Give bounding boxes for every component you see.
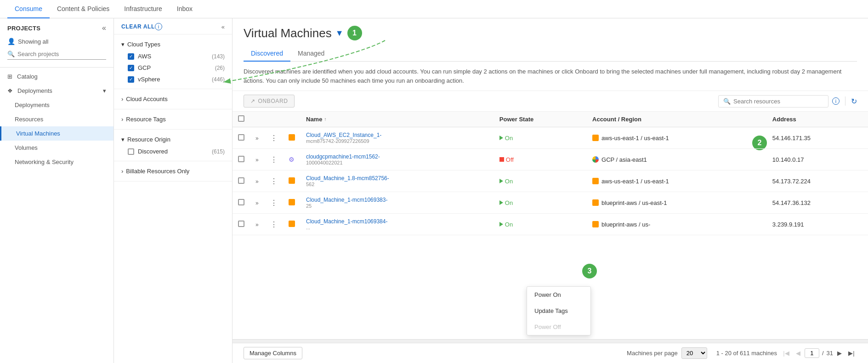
address-1: 54.146.171.35 [767, 127, 868, 149]
nav-content-policies[interactable]: Content & Policies [50, 0, 117, 18]
account-region-2: GCP / asia-east1 [592, 156, 761, 163]
filter-funnel-icon[interactable]: ▼ [335, 28, 344, 38]
resource-origin-arrow-icon: ▾ [121, 136, 125, 143]
row-checkbox-1[interactable] [238, 134, 244, 141]
row-more-3[interactable]: ⋮ [270, 177, 278, 185]
row-checkbox-3[interactable] [238, 177, 244, 184]
filter-info-icon[interactable]: i [155, 23, 162, 30]
per-page-select[interactable]: 20 50 100 [681, 347, 707, 359]
name-sort-icon[interactable]: ↑ [324, 117, 326, 122]
search-projects-input[interactable] [17, 51, 106, 57]
sidebar-item-deployments[interactable]: Deployments [0, 98, 113, 112]
gcp-checkbox[interactable] [128, 65, 134, 71]
cloud-types-label: Cloud Types [127, 41, 160, 48]
col-account-region[interactable]: Account / Region [587, 112, 767, 127]
row-expand-2[interactable]: » [255, 157, 259, 163]
main-header: Virtual Machines ▼ 1 Discovered Managed [233, 18, 868, 62]
horizontal-scrollbar[interactable] [233, 339, 868, 343]
vm-name-4[interactable]: Cloud_Machine_1-mcm1069383- [306, 197, 488, 203]
sidebar-item-catalog[interactable]: ⊞ Catalog [0, 69, 113, 84]
vm-name-5[interactable]: Cloud_Machine_1-mcm1069384- [306, 218, 488, 225]
row-expand-4[interactable]: » [255, 200, 259, 206]
context-menu-update-tags[interactable]: Update Tags [527, 303, 590, 319]
power-on-icon-4 [499, 200, 503, 205]
toolbar-divider [845, 96, 845, 106]
resource-tags-header[interactable]: › Resource Tags [114, 113, 232, 125]
power-state-2: Off [499, 156, 581, 163]
gcp-label: GCP [138, 64, 151, 71]
row-more-1[interactable]: ⋮ [270, 134, 278, 142]
row-more-4[interactable]: ⋮ [270, 199, 278, 207]
resource-tags-arrow-icon: › [121, 116, 123, 123]
filter-item-gcp[interactable]: GCP (26) [114, 62, 232, 74]
col-power-state[interactable]: Power State [494, 112, 587, 127]
tab-managed[interactable]: Managed [290, 46, 332, 62]
info-banner: Discovered machines are identified when … [233, 62, 868, 91]
last-page-button[interactable]: ▶| [846, 348, 857, 359]
filter-item-aws[interactable]: AWS (143) [114, 51, 232, 62]
vm-id-2: 1000040022021 [306, 160, 488, 165]
row-checkbox-4[interactable] [238, 199, 244, 205]
sidebar-item-resources[interactable]: Resources [0, 112, 113, 126]
first-page-button[interactable]: |◀ [781, 348, 792, 359]
next-page-button[interactable]: ▶ [834, 348, 845, 359]
sidebar-item-virtual-machines[interactable]: Virtual Machines [0, 126, 113, 141]
nav-inbox[interactable]: Inbox [170, 0, 200, 18]
account-aws-icon-5 [592, 221, 599, 227]
clear-all-button[interactable]: CLEAR ALL [121, 23, 155, 30]
row-more-2[interactable]: ⋮ [270, 156, 278, 164]
power-state-4: On [499, 199, 581, 206]
manage-columns-button[interactable]: Manage Columns [244, 347, 302, 359]
vm-id-3: 562 [306, 182, 488, 187]
vm-name-1[interactable]: Cloud_AWS_EC2_Instance_1- [306, 132, 488, 138]
prev-page-button[interactable]: ◀ [793, 348, 804, 359]
power-off-icon-2 [499, 157, 504, 162]
sidebar-item-volumes[interactable]: Volumes [0, 141, 113, 155]
discovered-label: Discovered [138, 148, 168, 155]
search-resources-input[interactable] [733, 98, 823, 105]
search-resources-box[interactable]: 🔍 [718, 95, 828, 108]
row-more-5[interactable]: ⋮ [270, 221, 278, 228]
row-expand-1[interactable]: » [255, 135, 259, 142]
vm-name-2[interactable]: cloudgcpmachine1-mcm1562- [306, 153, 488, 160]
context-menu-power-off[interactable]: Power Off [527, 319, 590, 335]
row-checkbox-2[interactable] [238, 156, 244, 162]
filter-item-vsphere[interactable]: vSphere (446) [114, 74, 232, 85]
cloud-types-header[interactable]: ▾ Cloud Types [114, 38, 232, 51]
nav-infrastructure[interactable]: Infrastructure [117, 0, 169, 18]
tab-discovered[interactable]: Discovered [244, 46, 290, 62]
gcp-count: (26) [215, 65, 225, 71]
search-info-icon[interactable]: i [832, 97, 840, 105]
col-address[interactable]: Address [767, 112, 868, 127]
aws-checkbox[interactable] [128, 53, 134, 60]
vsphere-checkbox[interactable] [128, 76, 134, 83]
left-sidebar: Projects « 👤 Showing all 🔍 ⊞ Catalog ❖ D… [0, 18, 114, 363]
select-all-checkbox[interactable] [238, 115, 244, 122]
nav-consume[interactable]: Consume [7, 0, 50, 18]
sidebar-item-networking-security[interactable]: Networking & Security [0, 155, 113, 169]
discovered-checkbox[interactable] [128, 148, 134, 155]
onboard-button[interactable]: ↗ ONBOARD [244, 95, 295, 108]
context-menu-power-on[interactable]: Power On [527, 287, 590, 303]
vm-name-3[interactable]: Cloud_Machine_1.8-mcm852756- [306, 175, 488, 182]
col-name[interactable]: Name ↑ [301, 112, 494, 127]
row-expand-5[interactable]: » [255, 221, 259, 228]
per-page-label: Machines per page [627, 350, 678, 357]
collapse-filter-icon[interactable]: « [221, 23, 225, 30]
table-footer: Manage Columns Machines per page 20 50 1… [233, 343, 868, 363]
sidebar-item-deployments-header[interactable]: ❖ Deployments ▾ [0, 84, 113, 98]
filter-item-discovered[interactable]: Discovered (615) [114, 146, 232, 157]
cloud-accounts-header[interactable]: › Cloud Accounts [114, 93, 232, 105]
refresh-icon[interactable]: ↻ [851, 97, 857, 106]
billable-header[interactable]: › Billable Resources Only [114, 165, 232, 177]
catalog-label: Catalog [17, 73, 38, 80]
current-page-input[interactable] [805, 348, 819, 358]
project-search-box[interactable]: 🔍 [7, 51, 106, 60]
search-icon: 🔍 [7, 51, 15, 57]
resource-origin-header[interactable]: ▾ Resource Origin [114, 133, 232, 146]
collapse-sidebar-icon[interactable]: « [102, 24, 106, 32]
filter-section-cloud-accounts: › Cloud Accounts [114, 89, 232, 109]
row-expand-3[interactable]: » [255, 178, 259, 185]
billable-label: Billable Resources Only [126, 168, 189, 175]
row-checkbox-5[interactable] [238, 221, 244, 227]
